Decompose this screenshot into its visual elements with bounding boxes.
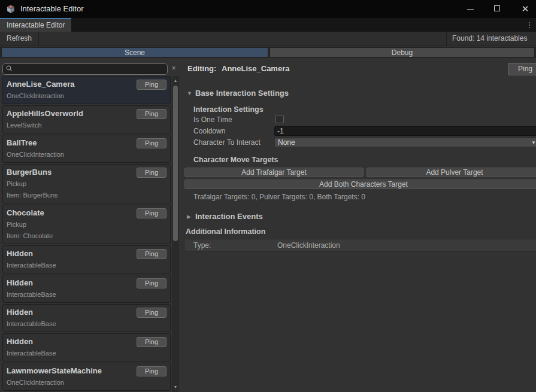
view-tab-row: Scene Debug xyxy=(0,47,536,58)
editing-label: Editing: xyxy=(187,64,216,73)
add-both-characters-target-button[interactable]: Add Both Characters Target xyxy=(184,180,536,189)
foldout-collapsed-icon: ▶ xyxy=(187,214,195,220)
cooldown-label: Cooldown xyxy=(193,127,225,135)
item-type: OneClickInteraction xyxy=(7,379,166,387)
dropdown-value: None xyxy=(278,138,295,147)
refresh-button[interactable]: Refresh xyxy=(0,32,39,46)
type-label: Type: xyxy=(193,241,211,250)
maximize-icon xyxy=(494,5,500,11)
scroll-up-icon[interactable]: ▲ xyxy=(172,77,179,84)
item-type: OneClickInteraction xyxy=(7,92,166,100)
window-title: Interactable Editor xyxy=(20,4,84,13)
scroll-down-icon[interactable]: ▼ xyxy=(172,384,179,391)
item-type: InteractableBase xyxy=(7,291,166,299)
found-count-label: Found: 14 interactables xyxy=(452,32,527,46)
toolbar-divider xyxy=(446,32,447,46)
list-item[interactable]: Hidden InteractableBase Ping xyxy=(2,333,171,361)
ping-button[interactable]: Ping xyxy=(137,109,166,119)
editor-tab-strip: Interactable Editor ⋮ xyxy=(0,18,536,32)
minimize-button[interactable] xyxy=(458,0,482,18)
scrollbar-thumb[interactable] xyxy=(173,86,178,241)
add-pulver-target-button[interactable]: Add Pulver Target xyxy=(367,168,536,177)
character-to-interact-label: Character To Interact xyxy=(193,138,261,147)
interactable-list: AnneLise_Camera OneClickInteraction Ping… xyxy=(2,76,171,392)
list-item[interactable]: Hidden InteractableBase Ping xyxy=(2,275,171,303)
list-item[interactable]: AppleHillsOverworld LevelSwitch Ping xyxy=(2,105,171,133)
kebab-menu-icon[interactable]: ⋮ xyxy=(525,20,534,30)
item-type: Pickup xyxy=(7,180,166,188)
ping-button[interactable]: Ping xyxy=(137,168,166,178)
base-interaction-foldout[interactable]: ▼Base Interaction Settings xyxy=(187,89,289,98)
list-item[interactable]: Hidden InteractableBase Ping xyxy=(2,245,171,274)
search-input[interactable] xyxy=(2,63,168,75)
search-icon xyxy=(6,65,13,72)
editing-panel: Editing: AnneLise_Camera Ping ▼Base Inte… xyxy=(183,57,536,392)
item-type: Pickup xyxy=(7,221,166,229)
chevron-down-icon: ▼ xyxy=(531,140,536,146)
foldout-label: Base Interaction Settings xyxy=(195,89,289,98)
app-cube-icon xyxy=(6,4,16,14)
list-item[interactable]: BurgerBuns Pickup Item: BurgerBuns Ping xyxy=(2,164,171,203)
item-detail: Item: Chocolate xyxy=(7,232,166,240)
tab-debug[interactable]: Debug xyxy=(269,47,535,57)
add-trafalgar-target-button[interactable]: Add Trafalgar Target xyxy=(184,168,364,177)
cooldown-field[interactable]: -1 xyxy=(274,126,536,136)
ping-button[interactable]: Ping xyxy=(137,208,166,218)
item-type: InteractableBase xyxy=(7,350,166,357)
tab-interactable-editor[interactable]: Interactable Editor xyxy=(0,18,71,32)
search-bar xyxy=(2,63,168,74)
item-type: InteractableBase xyxy=(7,262,166,269)
list-item[interactable]: AnneLise_Camera OneClickInteraction Ping xyxy=(2,76,171,104)
ping-button[interactable]: Ping xyxy=(137,249,166,259)
list-item[interactable]: Chocolate Pickup Item: Chocolate Ping xyxy=(2,205,171,244)
list-item[interactable]: Hidden InteractableBase Ping xyxy=(2,304,171,332)
toolbar: Refresh Found: 14 interactables xyxy=(0,32,536,46)
type-value: OneClickInteraction xyxy=(277,241,340,250)
maximize-button[interactable] xyxy=(485,0,509,18)
interaction-settings-header: Interaction Settings xyxy=(193,105,264,114)
close-icon: ✕ xyxy=(522,4,529,14)
ping-button[interactable]: Ping xyxy=(137,138,166,148)
character-to-interact-dropdown[interactable]: None▼ xyxy=(274,138,536,147)
is-one-time-checkbox[interactable] xyxy=(275,115,284,123)
search-clear-button[interactable]: × xyxy=(169,63,178,74)
is-one-time-label: Is One Time xyxy=(193,116,232,124)
title-bar: Interactable Editor ✕ xyxy=(0,0,536,18)
ping-button[interactable]: Ping xyxy=(137,80,166,90)
list-scrollbar[interactable]: ▲ ▼ xyxy=(172,76,179,392)
item-type: InteractableBase xyxy=(7,320,166,328)
foldout-label: Interaction Events xyxy=(195,212,263,221)
ping-button[interactable]: Ping xyxy=(137,308,166,318)
targets-summary: Trafalgar Targets: 0, Pulver Targets: 0,… xyxy=(193,193,365,201)
item-type: OneClickInteraction xyxy=(7,151,166,159)
foldout-expanded-icon: ▼ xyxy=(187,90,195,96)
list-item[interactable]: BallTree OneClickInteraction Ping xyxy=(2,135,171,163)
editing-target-name: AnneLise_Camera xyxy=(222,64,289,73)
close-button[interactable]: ✕ xyxy=(513,0,536,18)
editing-ping-button[interactable]: Ping xyxy=(508,63,536,75)
additional-information-header: Additional Information xyxy=(186,227,265,236)
item-detail: Item: BurgerBuns xyxy=(7,192,166,199)
type-info-bar: Type: OneClickInteraction xyxy=(184,239,536,252)
item-type: LevelSwitch xyxy=(7,121,166,129)
list-item[interactable]: LawnmowerStateMachine OneClickInteractio… xyxy=(2,363,171,391)
ping-button[interactable]: Ping xyxy=(137,278,166,288)
minimize-icon xyxy=(467,9,474,10)
ping-button[interactable]: Ping xyxy=(137,366,166,376)
ping-button[interactable]: Ping xyxy=(137,337,166,347)
interaction-events-foldout[interactable]: ▶Interaction Events xyxy=(187,212,263,221)
character-move-targets-header: Character Move Targets xyxy=(193,156,278,164)
tab-scene[interactable]: Scene xyxy=(1,47,268,57)
